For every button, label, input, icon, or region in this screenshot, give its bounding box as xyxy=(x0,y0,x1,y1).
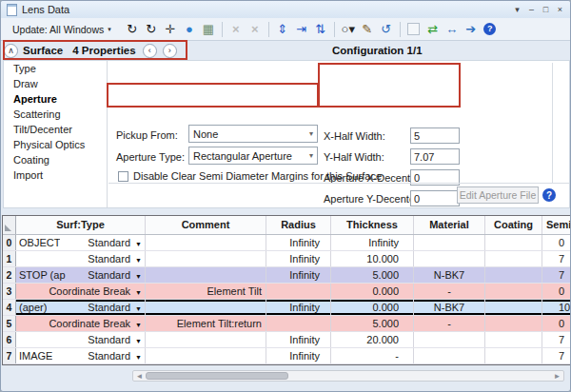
surface-type-dropdown[interactable]: Standard ▼ xyxy=(88,267,142,283)
scrollbar-thumb[interactable] xyxy=(146,372,288,380)
column-header-radius[interactable]: Radius xyxy=(266,216,331,234)
semi-diameter-cell[interactable]: 0 xyxy=(542,284,570,299)
surface-type-dropdown[interactable]: Standard ▼ xyxy=(88,235,142,250)
move-up-down-icon[interactable]: ⇕ xyxy=(274,21,291,38)
thickness-cell[interactable]: - xyxy=(331,348,414,363)
semi-diameter-cell[interactable]: 7 xyxy=(542,348,570,363)
comment-cell[interactable] xyxy=(146,300,266,315)
comment-cell[interactable] xyxy=(146,235,266,250)
radius-cell[interactable]: Infinity xyxy=(266,348,331,363)
previous-surface-button[interactable]: ‹ xyxy=(143,44,157,58)
comment-cell[interactable]: Element Tilt:return xyxy=(146,316,266,331)
sidebar-item-physical-optics[interactable]: Physical Optics xyxy=(4,137,107,152)
radius-cell[interactable]: Infinity xyxy=(266,300,331,315)
maximize-icon[interactable]: □ xyxy=(540,4,552,16)
row-number-cell[interactable]: 2 xyxy=(3,267,16,283)
coating-cell[interactable] xyxy=(485,235,542,250)
row-number-cell[interactable]: 5 xyxy=(3,316,16,331)
update-all-icon[interactable]: ↻ xyxy=(143,21,160,38)
surface-type-dropdown[interactable]: Coordinate Break ▼ xyxy=(49,284,142,299)
radius-cell[interactable]: Infinity xyxy=(266,267,331,283)
radius-cell[interactable] xyxy=(266,316,331,331)
material-cell[interactable]: N-BK7 xyxy=(414,300,485,315)
radius-cell[interactable]: Infinity xyxy=(266,251,331,266)
semi-diameter-cell[interactable]: 0 xyxy=(542,235,570,250)
coating-cell[interactable] xyxy=(485,251,542,266)
surface-type-dropdown[interactable]: Standard ▼ xyxy=(88,251,142,266)
thickness-cell[interactable]: 0.000 xyxy=(331,284,414,299)
disable-margins-checkbox[interactable] xyxy=(118,171,128,182)
column-header-material[interactable]: Material xyxy=(414,216,485,234)
undo-icon[interactable]: ↺ xyxy=(378,21,395,38)
semi-diameter-cell[interactable]: 0 xyxy=(542,316,570,331)
aperture-type-dropdown[interactable]: Rectangular Aperture ▾ xyxy=(188,147,318,165)
scroll-right-icon[interactable]: ► xyxy=(551,371,563,381)
disabled-tool-icon-2[interactable]: × xyxy=(246,21,264,38)
window-menu-icon[interactable]: ▾ xyxy=(511,4,523,16)
material-cell[interactable]: - xyxy=(414,316,485,331)
surface-type-dropdown[interactable]: Standard ▼ xyxy=(88,348,142,363)
aperture-y-decenter-input[interactable] xyxy=(410,190,460,206)
semi-diameter-cell[interactable]: 7 xyxy=(542,332,570,347)
disabled-tool-icon-1[interactable]: × xyxy=(227,21,245,38)
row-number-cell[interactable]: 7 xyxy=(3,348,16,363)
move-crosshair-icon[interactable]: ✛ xyxy=(162,21,179,38)
sort-up-down-icon[interactable]: ⇅ xyxy=(312,21,329,38)
coating-cell[interactable] xyxy=(485,316,542,331)
row-number-cell[interactable]: 6 xyxy=(3,332,16,347)
column-header-thickness[interactable]: Thickness xyxy=(331,216,414,234)
column-header-coating[interactable]: Coating xyxy=(485,216,542,234)
comment-cell[interactable]: Element Tilt xyxy=(146,284,266,299)
aperture-circle-icon[interactable]: ○▾ xyxy=(340,21,357,38)
sidebar-item-type[interactable]: Type xyxy=(4,61,107,76)
edit-pencil-icon[interactable]: ✎ xyxy=(359,21,376,38)
x-half-width-input[interactable] xyxy=(410,127,460,144)
semi-diameter-cell[interactable]: 10 xyxy=(542,300,570,315)
update-icon[interactable]: ↻ xyxy=(124,21,141,38)
row-number-cell[interactable]: 3 xyxy=(3,284,16,299)
column-header-comment[interactable]: Comment xyxy=(146,216,266,234)
checkbox-icon[interactable] xyxy=(405,21,423,38)
thickness-cell[interactable]: 10.000 xyxy=(331,251,414,266)
thickness-cell[interactable]: 5.000 xyxy=(331,267,414,283)
scroll-left-icon[interactable]: ◄ xyxy=(133,371,146,381)
sidebar-item-draw[interactable]: Draw xyxy=(4,76,107,91)
surface-type-dropdown[interactable]: Standard ▼ xyxy=(88,300,142,315)
coating-cell[interactable] xyxy=(485,300,542,315)
table-corner-icon[interactable] xyxy=(3,216,16,234)
sidebar-item-aperture[interactable]: Aperture xyxy=(4,91,107,107)
comment-cell[interactable] xyxy=(146,332,266,347)
sidebar-item-tilt-decenter[interactable]: Tilt/Decenter xyxy=(4,122,107,137)
y-half-width-input[interactable] xyxy=(410,148,460,165)
resize-horizontal-icon[interactable]: ↔ xyxy=(443,21,461,38)
minimize-icon[interactable]: – xyxy=(525,4,538,16)
radius-cell[interactable] xyxy=(266,284,331,299)
surf-type-cell[interactable]: Standard ▼ xyxy=(16,251,146,266)
material-cell[interactable]: - xyxy=(414,284,485,299)
forward-arrow-icon[interactable]: ➔ xyxy=(463,21,480,38)
comment-cell[interactable] xyxy=(146,267,266,283)
radius-cell[interactable]: Infinity xyxy=(266,235,331,250)
sidebar-item-coating[interactable]: Coating xyxy=(4,152,107,167)
sidebar-item-import[interactable]: Import xyxy=(4,167,107,183)
sidebar-item-scattering[interactable]: Scattering xyxy=(4,107,107,122)
horizontal-scrollbar[interactable]: ◄ ► xyxy=(132,370,564,382)
surf-type-cell[interactable]: Coordinate Break ▼ xyxy=(16,316,146,331)
row-number-cell[interactable]: 4 xyxy=(3,300,16,315)
surf-type-cell[interactable]: Coordinate Break ▼ xyxy=(16,284,146,299)
update-mode-dropdown[interactable]: Update: All Windows ▾ xyxy=(9,22,115,37)
column-header-semi-d[interactable]: Semi-D xyxy=(542,216,570,234)
material-cell[interactable]: N-BK7 xyxy=(414,267,485,283)
surf-type-cell[interactable]: OBJECTStandard ▼ xyxy=(16,235,146,250)
surf-type-cell[interactable]: STOP (apStandard ▼ xyxy=(16,267,146,283)
edit-aperture-file-button[interactable]: Edit Aperture File xyxy=(457,186,539,204)
coating-cell[interactable] xyxy=(485,284,542,299)
material-cell[interactable] xyxy=(414,251,485,266)
coating-cell[interactable] xyxy=(485,332,542,347)
sync-green-icon[interactable]: ⇄ xyxy=(424,21,442,38)
semi-diameter-cell[interactable]: 7 xyxy=(542,251,570,266)
pickup-from-dropdown[interactable]: None ▾ xyxy=(188,125,318,143)
surface-type-dropdown[interactable]: Coordinate Break ▼ xyxy=(49,316,142,331)
move-right-icon[interactable]: ⇥ xyxy=(293,21,310,38)
material-cell[interactable] xyxy=(414,348,485,363)
